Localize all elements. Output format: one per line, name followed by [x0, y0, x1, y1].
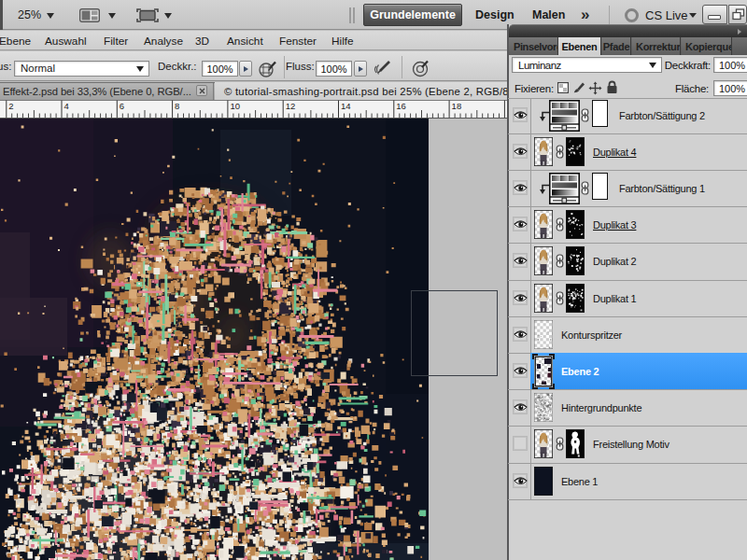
svg-text:14: 14 [341, 101, 351, 111]
svg-text:10: 10 [230, 101, 240, 111]
svg-text:18: 18 [452, 101, 462, 111]
svg-text:12: 12 [286, 101, 296, 111]
svg-text:8: 8 [175, 101, 179, 111]
svg-text:6: 6 [120, 101, 124, 111]
svg-text:16: 16 [396, 101, 406, 111]
svg-text:4: 4 [64, 101, 69, 111]
svg-text:2: 2 [8, 101, 13, 111]
